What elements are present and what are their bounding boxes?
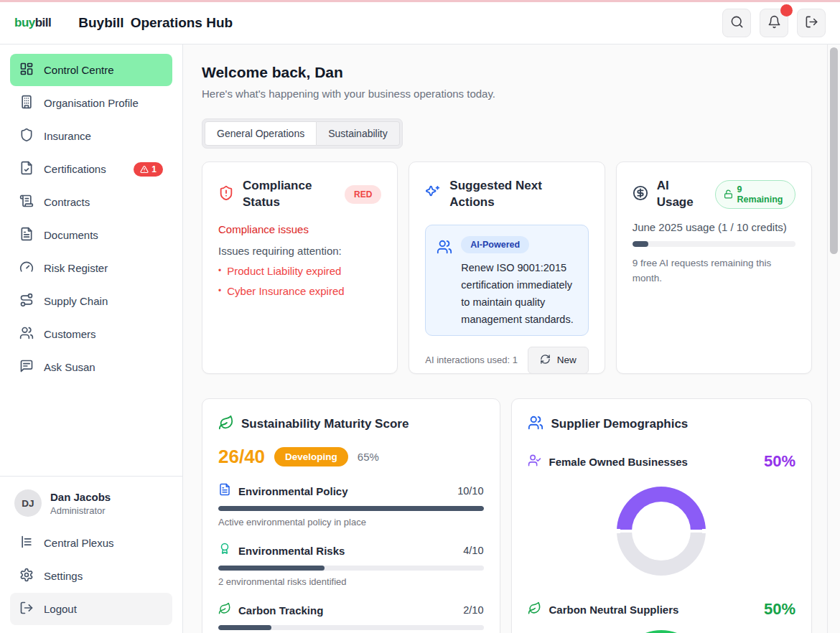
logout-icon [19, 601, 34, 617]
sidebar: Control Centre Organisation Profile Insu… [0, 44, 183, 633]
sustainability-maturity-card: Sustainability Maturity Score 26/40 Deve… [202, 398, 500, 633]
route-icon [19, 293, 34, 309]
warning-triangle-icon [140, 165, 149, 174]
ai-usage-card: AI Usage 9 Remaining June 2025 usage (1 … [616, 161, 812, 374]
leaf-icon [218, 602, 231, 618]
users-icon [437, 236, 452, 324]
users-icon [528, 415, 543, 433]
leaf-icon [528, 601, 541, 618]
sidebar-item-insurance[interactable]: Insurance [10, 120, 172, 152]
sidebar-item-logout[interactable]: Logout [10, 593, 172, 625]
female-owned-row: Female Owned Businesses 50% [528, 452, 796, 471]
ledger-icon [19, 535, 34, 551]
tab-general-operations[interactable]: General Operations [205, 121, 317, 146]
status-badge: RED [345, 185, 381, 204]
compliance-status-card: Compliance Status RED Compliance issues … [202, 161, 398, 374]
metric-progress-bar [218, 566, 484, 571]
new-suggestion-button[interactable]: New [528, 347, 589, 374]
metric-progress-bar [218, 625, 484, 630]
unlock-icon [724, 189, 733, 199]
sparkles-icon [425, 185, 441, 204]
logout-icon [805, 15, 818, 32]
buybill-logo: buybill [14, 16, 51, 30]
message-square-icon [19, 359, 34, 375]
shield-alert-icon [218, 185, 234, 204]
tab-group: General Operations Sustainability [202, 118, 403, 149]
usage-note: 9 free AI requests remaining this month. [633, 256, 794, 286]
metric-progress-bar [218, 506, 484, 511]
logout-button[interactable] [797, 9, 826, 37]
certifications-alert-badge: 1 [134, 162, 163, 177]
supplier-demographics-card: Supplier Demographics Female Owned Busin… [511, 398, 813, 633]
refresh-icon [540, 354, 551, 367]
issue-item: Product Liability expired [218, 265, 381, 277]
female-owned-percent: 50% [764, 452, 795, 471]
welcome-subtitle: Here's what's happening with your busine… [202, 88, 812, 100]
tab-sustainability[interactable]: Sustainability [317, 121, 400, 146]
metric-environmental-risks: Environmental Risks 4/10 2 environmental… [218, 543, 484, 587]
carbon-neutral-donut-chart [617, 630, 706, 633]
avatar: DJ [14, 489, 42, 517]
users-icon [19, 326, 34, 342]
notifications-button[interactable] [760, 9, 788, 37]
sidebar-item-settings[interactable]: Settings [10, 560, 172, 592]
main-content: Welcome back, Dan Here's what's happenin… [183, 44, 840, 633]
gauge-icon [19, 260, 34, 276]
user-profile[interactable]: DJ Dan Jacobs Administrator [10, 487, 172, 527]
carbon-neutral-percent: 50% [764, 600, 795, 619]
sidebar-item-ask-susan[interactable]: Ask Susan [10, 351, 172, 383]
maturity-level-badge: Developing [274, 447, 348, 466]
issues-heading: Issues requiring attention: [218, 245, 381, 257]
shield-icon [19, 128, 34, 144]
user-role: Administrator [50, 505, 111, 516]
sidebar-item-certifications[interactable]: Certifications 1 [10, 153, 172, 185]
app-header: buybill Buybill Operations Hub [0, 2, 840, 44]
sidebar-item-contracts[interactable]: Contracts [10, 186, 172, 218]
maturity-percent: 65% [358, 451, 379, 463]
remaining-badge: 9 Remaining [715, 180, 795, 209]
search-button[interactable] [722, 9, 751, 37]
female-owned-donut-chart [617, 487, 706, 576]
sidebar-item-organisation-profile[interactable]: Organisation Profile [10, 87, 172, 119]
card-title: Sustainability Maturity Score [241, 416, 409, 433]
scrollbar-thumb[interactable] [830, 47, 838, 254]
ai-suggestion-panel: AI-Powered Renew ISO 9001:2015 certifica… [425, 225, 588, 336]
gear-icon [19, 568, 34, 584]
card-title: Supplier Demographics [551, 416, 689, 433]
card-title: AI Usage [657, 178, 706, 211]
compliance-status-text: Compliance issues [218, 223, 381, 235]
sidebar-item-supply-chain[interactable]: Supply Chain [10, 285, 172, 317]
metric-environmental-policy: Environmental Policy 10/10 Active enviro… [218, 483, 484, 528]
carbon-neutral-row: Carbon Neutral Suppliers 50% [528, 600, 796, 619]
ai-interactions-count: AI interactions used: 1 [425, 355, 518, 365]
page-scrollbar[interactable] [827, 44, 840, 633]
usage-progress-bar [633, 241, 795, 247]
building-icon [19, 95, 34, 111]
file-text-icon [19, 227, 34, 243]
sidebar-item-control-centre[interactable]: Control Centre [10, 54, 172, 86]
sidebar-item-documents[interactable]: Documents [10, 219, 172, 251]
sidebar-footer: DJ Dan Jacobs Administrator Central Plex… [0, 476, 182, 626]
sidebar-item-central-plexus[interactable]: Central Plexus [10, 527, 172, 559]
dollar-circle-icon [633, 185, 648, 204]
award-icon [218, 543, 231, 558]
suggested-next-actions-card: Suggested Next Actions AI-Powered Renew … [409, 161, 605, 374]
bell-icon [767, 15, 781, 32]
issue-item: Cyber Insurance expired [218, 285, 381, 297]
card-title: Compliance Status [243, 178, 336, 211]
usage-line: June 2025 usage (1 / 10 credits) [633, 221, 795, 233]
logo-buy: buy [14, 16, 35, 30]
dashboard-grid-icon [19, 62, 34, 78]
file-check-icon [19, 161, 34, 177]
user-name: Dan Jacobs [50, 491, 111, 503]
sidebar-item-customers[interactable]: Customers [10, 318, 172, 350]
suggestion-text: Renew ISO 9001:2015 certification immedi… [461, 260, 577, 329]
file-text-icon [218, 483, 231, 499]
notification-dot [780, 4, 793, 17]
metric-carbon-tracking: Carbon Tracking 2/10 1 months of carbon … [218, 602, 484, 633]
user-check-icon [528, 454, 541, 470]
sidebar-item-risk-register[interactable]: Risk Register [10, 252, 172, 284]
header-actions [722, 9, 826, 37]
card-title: Suggested Next Actions [449, 178, 588, 211]
leaf-icon [218, 415, 234, 433]
